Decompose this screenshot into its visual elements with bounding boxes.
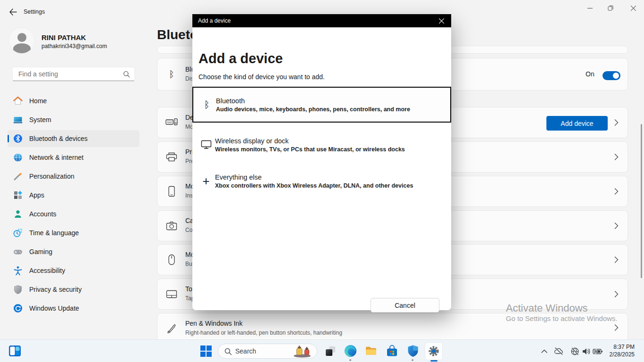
settings-gear-icon — [428, 345, 440, 357]
avatar-head — [17, 33, 26, 42]
add-device-button[interactable]: Add device — [546, 116, 608, 131]
dialog-titlebar-label: Add a device — [198, 14, 231, 27]
sidebar-item-accounts[interactable]: Accounts — [8, 206, 140, 222]
microsoft-store-button[interactable] — [386, 345, 398, 357]
taskbar-search[interactable]: Search — [218, 344, 317, 359]
task-view-button[interactable] — [324, 345, 337, 357]
option-wireless-display[interactable]: Wireless display or dock Wireless monito… — [192, 129, 451, 161]
edge-icon — [344, 345, 357, 357]
chevron-right-icon — [614, 256, 619, 263]
bluetooth-toggle[interactable] — [603, 71, 620, 80]
edge-running-dot — [349, 359, 351, 361]
sidebar-item-label: Accessibility — [29, 267, 65, 274]
chevron-up-icon — [541, 349, 548, 354]
sidebar-item-time-language[interactable]: Time & language — [8, 224, 140, 241]
chevron-right-icon — [614, 188, 619, 195]
row-subtitle: Right-handed or left-handed, pen button … — [185, 329, 342, 336]
find-setting-box[interactable] — [12, 67, 135, 81]
chevron-right-icon — [614, 154, 619, 160]
accessibility-person-icon — [13, 266, 23, 275]
back-button[interactable] — [7, 6, 19, 17]
option-title: Wireless display or dock — [215, 137, 451, 145]
cancel-button[interactable]: Cancel — [371, 298, 439, 313]
battery-charging-icon — [593, 347, 603, 355]
restore-icon — [608, 5, 613, 11]
file-explorer-button[interactable] — [365, 345, 378, 357]
sidebar-item-label: Time & language — [29, 229, 79, 237]
taskbar: Search — [0, 339, 644, 362]
settings-button[interactable] — [428, 345, 440, 357]
add-device-dialog: Add a device Add a device Choose the kin… — [192, 14, 451, 310]
printer-icon — [164, 142, 179, 172]
option-bluetooth[interactable]: ᛒ Bluetooth Audio devices, mice, keyboar… — [192, 87, 451, 123]
mouse-icon — [164, 245, 179, 275]
speaker-icon — [582, 347, 591, 355]
toggle-knob — [613, 73, 619, 79]
restore-button[interactable] — [600, 0, 621, 16]
close-window-button[interactable] — [622, 0, 644, 16]
row-title: Pen & Windows Ink — [185, 320, 242, 327]
phone-icon — [164, 176, 179, 206]
plus-icon: + — [200, 176, 212, 186]
privacy-shield-icon — [13, 285, 23, 294]
sidebar-item-apps[interactable]: Apps — [8, 187, 140, 204]
tray-time: 8:37 PM — [604, 343, 635, 351]
row-subtitle: Ins — [185, 192, 193, 199]
folder-icon — [365, 345, 378, 357]
task-view-icon — [325, 346, 336, 357]
tray-show-hidden-icons[interactable] — [539, 347, 549, 355]
sidebar-item-label: Home — [29, 97, 47, 105]
sidebar-item-windows-update[interactable]: Windows Update — [8, 300, 140, 317]
search-icon — [224, 348, 232, 355]
touchpad-icon — [164, 279, 179, 309]
dialog-heading: Add a device — [198, 51, 283, 66]
onedrive-cloud-slash-icon — [554, 347, 563, 355]
sidebar-item-accessibility[interactable]: Accessibility — [8, 262, 140, 279]
sidebar-item-personalization[interactable]: Personalization — [8, 168, 140, 185]
sidebar-item-network[interactable]: Network & internet — [8, 149, 140, 166]
search-icon — [123, 71, 130, 78]
taskbar-search-label: Search — [235, 347, 256, 355]
apps-grid-icon — [13, 190, 23, 200]
avatar[interactable] — [8, 27, 35, 54]
widgets-button[interactable] — [8, 345, 21, 357]
minimize-icon — [587, 6, 593, 11]
sidebar-item-label: Privacy & security — [29, 286, 82, 293]
dialog-close-button[interactable] — [431, 14, 451, 27]
sidebar-item-gaming[interactable]: Gaming — [8, 243, 140, 260]
battery-tray-button[interactable] — [592, 346, 603, 356]
minimize-button[interactable] — [579, 0, 601, 16]
start-button[interactable] — [200, 345, 212, 357]
settings-window: Settings RINI PATHAK pathakrini343@gmail… — [0, 0, 644, 362]
sidebar-item-label: Bluetooth & devices — [29, 135, 88, 142]
scrollbar-thumb[interactable] — [641, 124, 642, 278]
sidebar-item-home[interactable]: Home — [8, 92, 140, 109]
network-tray-button[interactable] — [570, 346, 580, 356]
sidebar-item-label: Windows Update — [29, 304, 79, 312]
volume-tray-button[interactable] — [581, 346, 591, 356]
monitor-icon — [200, 140, 212, 149]
avatar-body — [13, 43, 31, 54]
dialog-subheading: Choose the kind of device you want to ad… — [198, 73, 325, 81]
sidebar-item-label: Personalization — [29, 173, 74, 180]
sidebar-item-privacy-security[interactable]: Privacy & security — [8, 281, 140, 298]
edge-button[interactable] — [344, 345, 357, 357]
sidebar-item-label: Network & internet — [29, 154, 83, 161]
onedrive-tray-button[interactable] — [553, 346, 564, 356]
windows-security-button[interactable] — [406, 345, 419, 357]
window-title: Settings — [24, 8, 45, 15]
toggle-state-label: On — [586, 70, 594, 78]
chevron-right-icon — [614, 291, 619, 297]
sidebar-item-label: Accounts — [29, 210, 57, 218]
option-description: Audio devices, mice, keyboards, phones, … — [216, 106, 450, 113]
sidebar-item-system[interactable]: System — [8, 111, 140, 128]
option-everything-else[interactable]: + Everything else Xbox controllers with … — [192, 165, 451, 197]
personalization-brush-icon — [13, 172, 23, 181]
sidebar-item-label: Gaming — [29, 248, 52, 255]
globe-no-internet-icon — [570, 347, 579, 356]
security-shield-icon — [407, 345, 419, 357]
sidebar-item-bluetooth-devices[interactable]: Bluetooth & devices — [8, 130, 140, 147]
tray-clock[interactable]: 8:37 PM 2/28/2025 — [604, 343, 635, 358]
bluetooth-row-icon: ᛒ — [164, 58, 179, 90]
search-input[interactable] — [17, 68, 121, 80]
